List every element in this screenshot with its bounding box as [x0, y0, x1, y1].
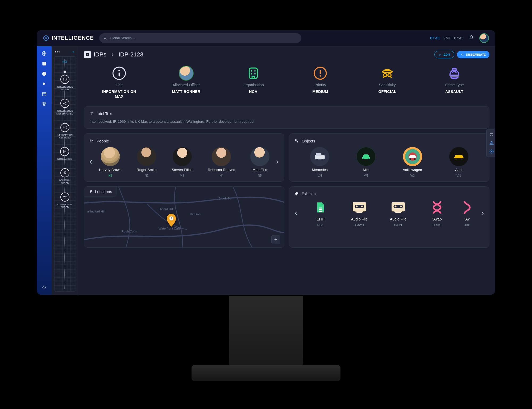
svg-text:Benson: Benson: [190, 212, 201, 216]
object-card[interactable]: VolkswagenV/2: [403, 147, 422, 177]
sidebar-layers-icon[interactable]: [41, 101, 47, 107]
alert-triangle-icon[interactable]: [489, 141, 494, 145]
people-panel: People Harvey BrownN1 Roger SmithN2 Stev…: [84, 133, 284, 181]
clock-zone: GMT +07:43: [443, 36, 463, 40]
exhibit-card[interactable]: EHHRS/1: [303, 200, 338, 227]
object-card[interactable]: AudiV/1: [449, 147, 468, 177]
vehicle-thumb: [403, 147, 422, 166]
svg-rect-7: [42, 92, 46, 96]
sidebar-globe-icon[interactable]: [41, 51, 47, 56]
people-next-button[interactable]: [274, 159, 280, 165]
svg-point-12: [64, 127, 65, 128]
object-card[interactable]: MercedesV/4: [310, 147, 329, 177]
person-avatar: [101, 147, 120, 166]
person-card[interactable]: Matt EllisN5: [250, 147, 269, 177]
svg-point-60: [297, 193, 298, 193]
svg-text:Rush Court: Rush Court: [121, 229, 137, 233]
activity-timeline: ••• ((•)) INTELLIGENCE ADDED INTELLIGENC…: [52, 46, 78, 295]
map-add-button[interactable]: [271, 235, 280, 244]
svg-point-33: [388, 73, 391, 77]
svg-point-46: [409, 158, 411, 160]
exhibits-next-button[interactable]: [479, 210, 485, 216]
person-card[interactable]: Roger SmithN2: [137, 147, 157, 177]
exhibit-card[interactable]: SwabDRC/9: [419, 200, 455, 227]
exhibit-card[interactable]: SwDRC: [458, 200, 476, 227]
breadcrumb-root[interactable]: IDPs: [94, 51, 106, 58]
idp-icon: i: [84, 51, 91, 58]
exhibit-card[interactable]: Audio FileAMW/1: [342, 200, 377, 227]
sidebar-collapse-icon[interactable]: [41, 285, 47, 290]
bell-icon: [469, 35, 474, 40]
svg-text:allingford Hill: allingford Hill: [87, 209, 105, 213]
objects-icon: [294, 138, 299, 143]
locations-panel: allingford Hill Rush Court Oxford Rd Ben…: [84, 186, 284, 248]
svg-point-28: [254, 73, 256, 75]
tool-rail: [486, 129, 495, 157]
exhibits-panel: Exhibits EHHRS/1 Audio Fi: [289, 186, 489, 248]
pin-icon: [63, 171, 67, 175]
car-icon: [361, 151, 371, 162]
svg-text:!: !: [171, 217, 172, 220]
svg-point-44: [363, 159, 364, 160]
svg-point-68: [400, 205, 402, 207]
timeline-node-connection-added[interactable]: CONNECTION ADDED: [56, 193, 73, 208]
clock-time: 07:43: [430, 36, 439, 40]
person-avatar: [137, 147, 156, 166]
svg-point-41: [316, 159, 318, 161]
add-circle-icon[interactable]: [489, 149, 494, 154]
sidebar-calendar-icon[interactable]: [41, 91, 47, 97]
exhibit-card[interactable]: Audio FileDJC/1: [380, 200, 416, 227]
svg-point-1: [104, 37, 106, 39]
timeline-menu[interactable]: •••: [55, 50, 60, 54]
tile-priority: Priority MEDIUM: [290, 66, 351, 99]
timeline-forward-icon[interactable]: [72, 50, 75, 54]
svg-rect-43: [362, 157, 370, 159]
svg-point-27: [251, 73, 252, 75]
svg-point-37: [295, 139, 297, 141]
main-content: i IDPs IDP-2123 EDIT DIS: [78, 46, 495, 295]
person-card[interactable]: Steven ElliottN3: [172, 147, 193, 177]
alert-icon: [313, 66, 327, 80]
sidebar-info-box-icon[interactable]: i: [41, 61, 47, 66]
exhibits-prev-button[interactable]: [293, 210, 300, 216]
tile-officer: Allocated Officer MATT BONNER: [156, 66, 217, 99]
disseminate-button[interactable]: DISSEMINATE: [457, 51, 489, 58]
tile-sensitivity: Sensitivity OFFICIAL: [357, 66, 418, 99]
tools-icon[interactable]: [489, 132, 494, 137]
svg-rect-40: [316, 153, 322, 156]
intel-body: Intel received, IR-1969 links UK Max to …: [90, 120, 484, 124]
sidebar: i i: [37, 46, 52, 295]
tile-organisation: Organisation NCA: [223, 66, 284, 99]
svg-point-14: [64, 172, 65, 173]
sidebar-info-circle-icon[interactable]: i: [41, 71, 47, 76]
timeline-node-note-added[interactable]: NOTE ADDED: [57, 147, 72, 160]
edit-button[interactable]: EDIT: [434, 51, 454, 58]
svg-point-49: [461, 158, 463, 160]
people-prev-button[interactable]: [88, 159, 94, 165]
notifications-button[interactable]: [469, 35, 474, 41]
svg-point-19: [461, 54, 462, 55]
text-icon: [90, 112, 94, 116]
object-card[interactable]: MiniV/3: [356, 147, 376, 177]
svg-point-21: [463, 55, 463, 56]
svg-point-47: [414, 158, 415, 160]
search-input[interactable]: Global Search…: [99, 33, 301, 43]
signal-icon: ((•)): [63, 60, 67, 63]
helmet-icon: [447, 66, 462, 81]
timeline-node-location-added[interactable]: LOCATION ADDED: [56, 168, 73, 184]
cassette-icon: [351, 201, 367, 214]
info-icon: [63, 77, 67, 81]
user-avatar[interactable]: [479, 33, 489, 43]
svg-text:Brook St: Brook St: [218, 197, 231, 200]
topbar: INTELLIGENCE Global Search… 07:43 GMT +0…: [37, 30, 495, 46]
share-icon: [63, 101, 67, 105]
locations-tab: Locations: [84, 187, 117, 197]
timeline-node-intel-added[interactable]: INTELLIGENCE ADDED: [56, 71, 73, 91]
tag-icon: [294, 191, 299, 196]
timeline-node-disseminated[interactable]: INTELLIGENCE DISSEMINATED: [56, 99, 73, 115]
person-card[interactable]: Rebecca ReevesN4: [208, 147, 235, 177]
person-card[interactable]: Harvey BrownN1: [99, 147, 122, 177]
sidebar-play-icon[interactable]: [41, 81, 47, 87]
svg-point-25: [251, 70, 252, 72]
timeline-node-info-received[interactable]: INFORMATION RECEIVED: [56, 123, 73, 139]
